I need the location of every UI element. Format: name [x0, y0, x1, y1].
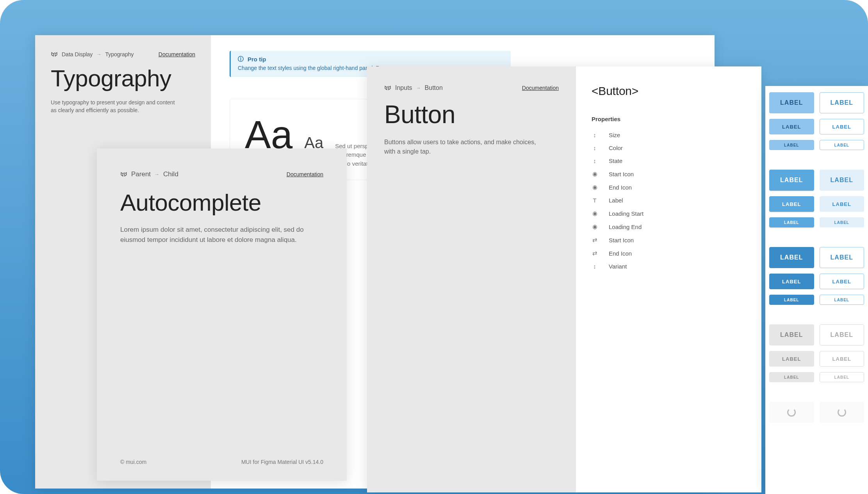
chevron-right-icon: →: [96, 52, 101, 57]
property-label: End Icon: [609, 184, 632, 191]
breadcrumb-child[interactable]: Typography: [105, 51, 134, 57]
breadcrumb: Parent → Child Documentation: [120, 170, 323, 178]
property-label: State: [609, 158, 622, 164]
button-variant[interactable]: LABEL: [769, 295, 814, 305]
property-type-icon: ↕: [592, 132, 598, 138]
type-specimen-large: Aa: [245, 115, 292, 154]
property-type-icon: ◉: [592, 223, 598, 230]
property-label: Variant: [609, 263, 627, 270]
property-label: Start Icon: [609, 237, 634, 243]
spinner-icon: [787, 408, 796, 417]
page-title: Autocomplete: [120, 189, 323, 216]
property-type-icon: T: [592, 197, 598, 204]
breadcrumb-child[interactable]: Child: [163, 170, 178, 178]
property-row[interactable]: ◉End Icon: [592, 181, 746, 194]
property-type-icon: ◉: [592, 170, 598, 177]
documentation-link[interactable]: Documentation: [159, 51, 195, 57]
page-description: Lorem ipsum dolor sit amet, consectetur …: [120, 225, 304, 245]
page-description: Buttons allow users to take actions, and…: [384, 138, 548, 156]
button-variant-disabled: LABEL: [820, 324, 864, 345]
property-row[interactable]: ⇄Start Icon: [592, 233, 746, 247]
property-row[interactable]: ↕Size: [592, 129, 746, 141]
button-variant[interactable]: LABEL: [820, 119, 864, 134]
chevron-right-icon: →: [155, 172, 159, 177]
button-variant[interactable]: LABEL: [820, 247, 864, 268]
button-variant[interactable]: LABEL: [820, 295, 864, 305]
page-description: Use typography to present your design an…: [51, 99, 180, 114]
button-panel: Inputs → Button Documentation Button But…: [367, 66, 761, 492]
button-variant[interactable]: LABEL: [769, 119, 814, 134]
documentation-link[interactable]: Documentation: [287, 171, 323, 177]
breadcrumb: Data Display → Typography Documentation: [51, 51, 195, 58]
property-row[interactable]: ◉Loading Start: [592, 207, 746, 220]
footer-version: MUI for Figma Material UI v5.14.0: [241, 459, 323, 465]
button-properties-panel: <Button> Properties ↕Size↕Color↕State◉St…: [576, 66, 761, 492]
property-label: Size: [609, 132, 620, 138]
breadcrumb-child[interactable]: Button: [425, 84, 443, 91]
button-variant[interactable]: LABEL: [820, 92, 864, 113]
button-variant[interactable]: LABEL: [820, 140, 864, 150]
button-variant[interactable]: LABEL: [820, 170, 864, 191]
button-sidebar: Inputs → Button Documentation Button But…: [367, 66, 576, 492]
button-variants-strip: LABEL LABEL LABEL LABEL LABEL LABEL LABE…: [765, 86, 868, 494]
property-label: Loading Start: [609, 210, 643, 217]
breadcrumb: Inputs → Button Documentation: [384, 84, 559, 91]
property-type-icon: ◉: [592, 210, 598, 217]
button-variant-disabled: LABEL: [769, 372, 814, 382]
property-row[interactable]: ↕State: [592, 154, 746, 167]
canvas-background: Data Display → Typography Documentation …: [0, 0, 868, 494]
info-icon: ⓘ: [238, 55, 244, 63]
property-type-icon: ⇄: [592, 250, 598, 257]
button-variant[interactable]: LABEL: [769, 247, 814, 268]
page-title: Button: [384, 100, 559, 129]
button-variant-grid: LABEL LABEL LABEL LABEL LABEL LABEL LABE…: [769, 92, 864, 423]
button-variant[interactable]: LABEL: [769, 217, 814, 227]
mui-logo-icon: [120, 171, 127, 178]
pro-tip-title: Pro tip: [248, 56, 266, 63]
breadcrumb-parent[interactable]: Data Display: [62, 51, 93, 57]
property-row[interactable]: ⇄End Icon: [592, 247, 746, 260]
panel-footer: © mui.com MUI for Figma Material UI v5.1…: [120, 459, 323, 465]
property-type-icon: ↕: [592, 158, 598, 164]
mui-logo-icon: [384, 84, 391, 91]
property-row[interactable]: ◉Start Icon: [592, 167, 746, 181]
breadcrumb-parent[interactable]: Inputs: [395, 84, 412, 91]
button-variant-disabled: LABEL: [820, 351, 864, 367]
property-row[interactable]: ◉Loading End: [592, 220, 746, 233]
button-variant-disabled: LABEL: [820, 372, 864, 382]
button-variant[interactable]: LABEL: [769, 196, 814, 212]
button-variant[interactable]: LABEL: [820, 196, 864, 212]
page-title: Typography: [51, 65, 195, 92]
button-variant-disabled: LABEL: [769, 324, 814, 345]
component-tag: <Button>: [592, 84, 746, 98]
button-variant-disabled: LABEL: [769, 351, 814, 367]
button-variant[interactable]: LABEL: [820, 274, 864, 289]
mui-logo-icon: [51, 51, 58, 58]
property-type-icon: ◉: [592, 184, 598, 191]
breadcrumb-parent[interactable]: Parent: [131, 170, 151, 178]
property-row[interactable]: ↕Color: [592, 141, 746, 154]
property-row[interactable]: ↕Variant: [592, 260, 746, 273]
footer-copyright: © mui.com: [120, 459, 146, 465]
button-variant[interactable]: LABEL: [769, 140, 814, 150]
button-variant[interactable]: LABEL: [769, 170, 814, 191]
property-label: End Icon: [609, 250, 632, 257]
property-label: Start Icon: [609, 171, 634, 177]
spinner-icon: [838, 408, 846, 417]
property-label: Label: [609, 197, 623, 204]
property-type-icon: ⇄: [592, 236, 598, 243]
button-variant[interactable]: LABEL: [769, 92, 814, 113]
button-variant-loading: [769, 402, 814, 423]
property-row[interactable]: TLabel: [592, 194, 746, 207]
properties-list: ↕Size↕Color↕State◉Start Icon◉End IconTLa…: [592, 129, 746, 273]
property-label: Loading End: [609, 224, 642, 230]
button-variant[interactable]: LABEL: [820, 217, 864, 227]
autocomplete-panel: Parent → Child Documentation Autocomplet…: [97, 149, 347, 481]
button-variant-loading: [820, 402, 864, 423]
button-variant[interactable]: LABEL: [769, 274, 814, 289]
property-type-icon: ↕: [592, 145, 598, 151]
chevron-right-icon: →: [416, 85, 421, 91]
property-label: Color: [609, 145, 623, 151]
documentation-link[interactable]: Documentation: [522, 85, 559, 91]
properties-heading: Properties: [592, 116, 746, 122]
